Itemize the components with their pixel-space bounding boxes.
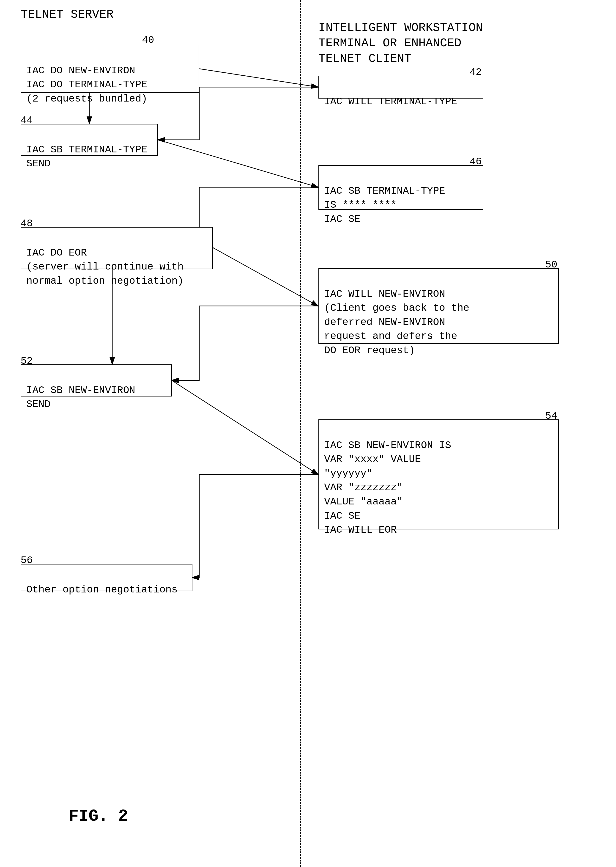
box-56-text: Other option negotiations: [26, 584, 178, 595]
box-42: IAC WILL TERMINAL-TYPE: [318, 76, 483, 99]
box-40-text: IAC DO NEW-ENVIRON IAC DO TERMINAL-TYPE …: [26, 65, 147, 104]
box-46-text: IAC SB TERMINAL-TYPE IS **** **** IAC SE: [324, 185, 445, 225]
center-divider: [300, 0, 301, 867]
ref-52: 52: [20, 355, 33, 367]
box-48: IAC DO EOR (server will continue with no…: [20, 227, 213, 269]
ref-50: 50: [545, 259, 557, 271]
ref-40: 40: [142, 35, 154, 46]
box-46: IAC SB TERMINAL-TYPE IS **** **** IAC SE: [318, 165, 483, 210]
box-44-text: IAC SB TERMINAL-TYPE SEND: [26, 144, 147, 170]
svg-line-5: [214, 248, 318, 306]
box-54: IAC SB NEW-ENVIRON IS VAR "xxxx" VALUE "…: [318, 419, 559, 529]
ref-44: 44: [20, 115, 33, 126]
svg-line-6: [172, 381, 318, 474]
box-52: IAC SB NEW-ENVIRON SEND: [20, 364, 172, 397]
ref-48: 48: [20, 218, 33, 229]
box-40: IAC DO NEW-ENVIRON IAC DO TERMINAL-TYPE …: [20, 45, 199, 93]
diagram-container: TELNET SERVER INTELLIGENT WORKSTATION TE…: [0, 0, 616, 867]
box-44: IAC SB TERMINAL-TYPE SEND: [20, 124, 158, 156]
box-50-text: IAC WILL NEW-ENVIRON (Client goes back t…: [324, 288, 469, 356]
ref-46: 46: [470, 156, 482, 167]
left-column-header: TELNET SERVER: [20, 7, 114, 22]
ref-56: 56: [20, 555, 33, 566]
box-50: IAC WILL NEW-ENVIRON (Client goes back t…: [318, 268, 559, 344]
box-54-text: IAC SB NEW-ENVIRON IS VAR "xxxx" VALUE "…: [324, 440, 451, 536]
svg-line-3: [158, 140, 318, 187]
box-52-text: IAC SB NEW-ENVIRON SEND: [26, 385, 135, 410]
box-42-text: IAC WILL TERMINAL-TYPE: [324, 96, 457, 107]
figure-label: FIG. 2: [69, 807, 128, 826]
box-56: Other option negotiations: [20, 564, 192, 591]
ref-54: 54: [545, 410, 557, 422]
ref-42: 42: [470, 66, 482, 78]
right-column-header: INTELLIGENT WORKSTATION TERMINAL OR ENHA…: [318, 5, 593, 66]
box-48-text: IAC DO EOR (server will continue with no…: [26, 247, 184, 287]
